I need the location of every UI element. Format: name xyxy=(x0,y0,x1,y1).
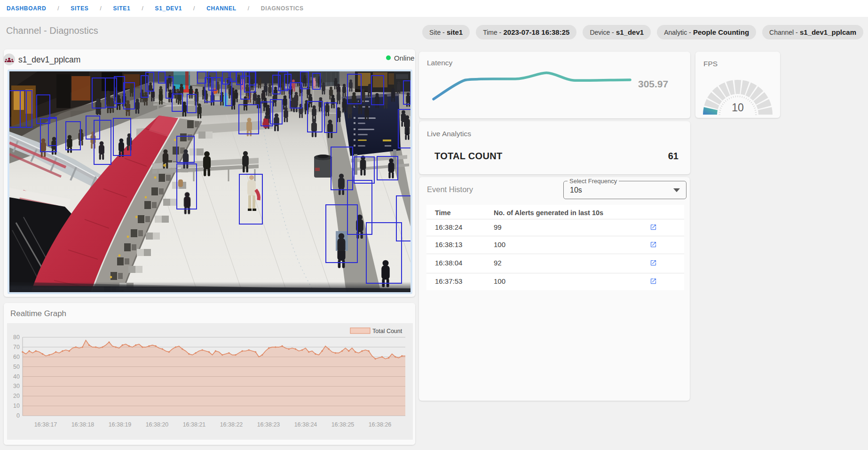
svg-text:16:38:21: 16:38:21 xyxy=(183,421,206,428)
svg-text:0: 0 xyxy=(16,412,20,419)
svg-text:16:38:22: 16:38:22 xyxy=(220,421,243,428)
svg-text:16:38:26: 16:38:26 xyxy=(369,421,392,428)
svg-text:80: 80 xyxy=(13,334,20,341)
svg-text:16:38:20: 16:38:20 xyxy=(146,421,169,428)
svg-text:16:38:19: 16:38:19 xyxy=(109,421,132,428)
svg-text:30: 30 xyxy=(13,383,20,389)
svg-text:20: 20 xyxy=(13,393,20,399)
svg-text:16:38:17: 16:38:17 xyxy=(34,421,57,428)
svg-text:Realtime Graph: Realtime Graph xyxy=(10,309,66,318)
svg-text:10: 10 xyxy=(732,101,744,114)
svg-text:305.97: 305.97 xyxy=(638,78,668,89)
svg-text:70: 70 xyxy=(13,344,20,350)
svg-text:60: 60 xyxy=(13,354,20,360)
svg-text:Total Count: Total Count xyxy=(372,328,402,334)
svg-text:16:38:24: 16:38:24 xyxy=(294,421,317,428)
svg-text:10: 10 xyxy=(13,403,20,409)
svg-text:FPS: FPS xyxy=(703,60,718,68)
svg-text:16:38:23: 16:38:23 xyxy=(257,421,280,428)
svg-text:16:38:25: 16:38:25 xyxy=(331,421,355,428)
svg-text:50: 50 xyxy=(13,364,20,370)
svg-text:40: 40 xyxy=(13,373,20,380)
svg-text:16:38:18: 16:38:18 xyxy=(71,421,95,428)
svg-text:Latency: Latency xyxy=(427,59,453,67)
